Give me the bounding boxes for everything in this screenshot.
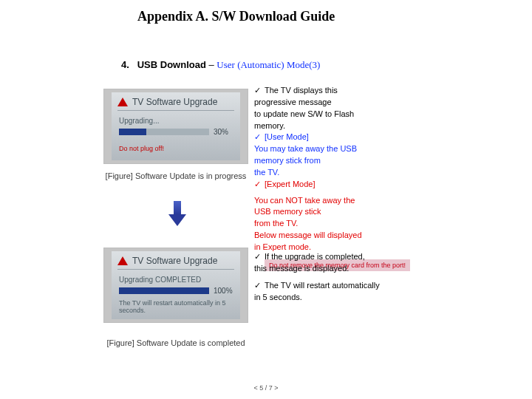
check-icon: ✓: [254, 280, 265, 291]
progress-percent: 30%: [214, 128, 233, 136]
note-text: memory.: [254, 120, 461, 132]
figure2-status: Upgrading COMPLETED: [119, 276, 233, 284]
check-icon: ✓: [254, 179, 265, 190]
section-number: 4.: [121, 59, 129, 70]
progress-fill: [119, 287, 209, 294]
figure1-warning: Do not plug off!: [119, 145, 233, 152]
section-title-black: USB Download: [137, 59, 206, 70]
check-icon: ✓: [254, 85, 265, 96]
warning-icon: [117, 98, 128, 106]
note-text: The TV displays this: [265, 85, 338, 96]
figure1-status: Upgrading...: [119, 117, 233, 125]
note-text: If the upgrade is completed,: [265, 251, 365, 262]
user-mode-label: [User Mode]: [265, 132, 309, 143]
note-text: this message is displayed.: [254, 263, 446, 274]
figure-progress: TV Software Upgrade Upgrading... 30% Do …: [103, 89, 248, 164]
warning-icon: [117, 256, 128, 265]
notes-block-2: ✓If the upgrade is completed, this messa…: [254, 251, 446, 304]
progress-row: 100%: [119, 287, 233, 295]
note-text: from the TV.: [254, 218, 461, 229]
note-text: You can NOT take away the: [254, 195, 461, 206]
figure1-header: TV Software Upgrade: [132, 97, 217, 107]
figure1-body: Upgrading... 30% Do not plug off!: [112, 111, 240, 155]
note-text: in 5 seconds.: [254, 292, 446, 303]
figure-inner: TV Software Upgrade Upgrading COMPLETED …: [112, 251, 240, 319]
figure1-header-row: TV Software Upgrade: [112, 92, 240, 110]
progress-row: 30%: [119, 128, 233, 136]
down-arrow-icon: [170, 201, 185, 226]
progress-fill: [119, 129, 146, 135]
check-icon: ✓: [254, 251, 265, 262]
section-dash: –: [209, 59, 217, 70]
appendix-title: Appendix A. S/W Download Guide: [137, 9, 335, 24]
progress-bar: [119, 129, 209, 135]
figure2-subtext: The TV will restart automatically in 5 s…: [119, 299, 233, 314]
note-text: USB memory stick: [254, 206, 461, 217]
note-text: to update new S/W to Flash: [254, 109, 461, 120]
note-text: progressive message: [254, 97, 461, 108]
note-text: The TV will restart automatically: [265, 280, 380, 291]
section-heading: 4. USB Download – User (Automatic) Mode(…: [121, 59, 320, 71]
note-text: memory stick from: [254, 155, 461, 166]
section-title-blue: User (Automatic) Mode(3): [216, 59, 320, 70]
note-text: Below message will displayed: [254, 230, 461, 241]
figure-completed: TV Software Upgrade Upgrading COMPLETED …: [103, 248, 248, 323]
expert-mode-label: [Expert Mode]: [265, 179, 315, 190]
page-number: < 5 / 7 >: [0, 384, 532, 392]
check-icon: ✓: [254, 132, 265, 143]
figure1-caption: [Figure] Software Update is in progress: [95, 171, 257, 180]
figure2-body: Upgrading COMPLETED 100% The TV will res…: [112, 270, 240, 317]
figure-inner: TV Software Upgrade Upgrading... 30% Do …: [112, 92, 240, 160]
note-text: the TV.: [254, 167, 461, 178]
note-text: You may take away the USB: [254, 143, 461, 154]
notes-block-1: ✓The TV displays this progressive messag…: [254, 85, 461, 271]
figure2-header: TV Software Upgrade: [132, 256, 217, 266]
progress-bar: [119, 287, 209, 294]
progress-percent: 100%: [214, 287, 233, 295]
figure2-header-row: TV Software Upgrade: [112, 251, 240, 269]
figure2-caption: [Figure] Software Update is completed: [95, 338, 257, 347]
